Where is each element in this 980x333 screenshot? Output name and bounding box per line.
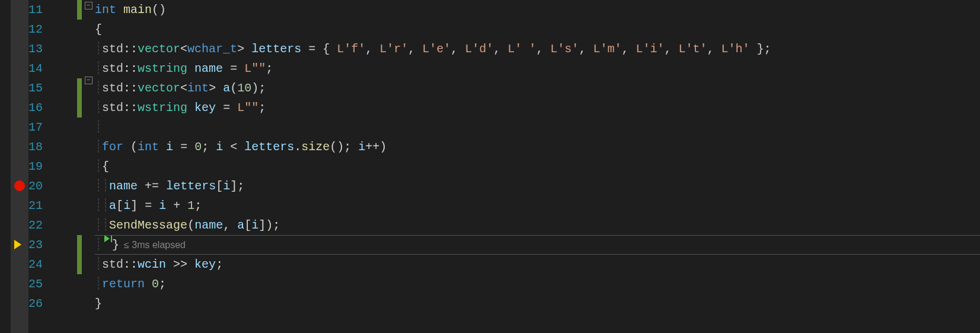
line-number[interactable]: 18 <box>28 137 69 157</box>
string-literal: "" <box>244 98 258 118</box>
identifier: name <box>194 59 223 78</box>
line-number[interactable]: 19 <box>28 157 69 176</box>
punct: [ <box>216 176 223 196</box>
code-line[interactable]: ┊ return 0; <box>95 274 980 294</box>
code-line[interactable]: } <box>95 294 980 313</box>
keyword: for <box>102 137 123 157</box>
char-literal: L's' <box>550 39 579 59</box>
line-number[interactable]: 12 <box>28 20 69 39</box>
punct: [ <box>244 215 251 235</box>
identifier: i <box>166 137 173 157</box>
char-literal: L'e' <box>422 39 451 59</box>
operator: = <box>301 39 323 59</box>
line-number[interactable]: 22 <box>28 215 69 235</box>
number: 1 <box>187 196 194 215</box>
punct: ; <box>216 255 223 274</box>
punct: () <box>152 0 166 20</box>
code-line[interactable]: ┊ std::vector<wchar_t> letters = { L'f',… <box>95 39 980 59</box>
char-literal: L'd' <box>465 39 493 59</box>
identifier: a <box>223 78 230 98</box>
identifier: i <box>216 137 223 157</box>
identifier: key <box>194 255 216 274</box>
code-area[interactable]: int main() { ┊ std::vector<wchar_t> lett… <box>95 0 980 333</box>
code-line[interactable]: ┊ std::wcin >> key; <box>95 255 980 274</box>
operator: = <box>173 137 194 157</box>
code-line[interactable]: ┊ ┊ SendMessage(name, a[i]); <box>95 215 980 235</box>
line-number[interactable]: 13 <box>28 39 69 59</box>
line-number[interactable]: 25 <box>28 274 69 294</box>
punct: ; <box>258 98 266 118</box>
number: 0 <box>194 137 202 157</box>
brace: { <box>102 157 109 176</box>
identifier: a <box>109 196 116 215</box>
type: vector <box>138 39 180 59</box>
function-name: main <box>123 0 152 20</box>
space <box>244 39 251 59</box>
identifier: i <box>123 196 130 215</box>
line-number[interactable]: 14 <box>28 59 69 78</box>
code-editor[interactable]: 11 12 13 14 15 16 17 18 19 20 21 22 23 2… <box>0 0 980 333</box>
brace: } <box>112 235 119 255</box>
fold-collapse-icon[interactable] <box>85 2 92 9</box>
type: vector <box>138 78 180 98</box>
code-line[interactable]: int main() <box>95 0 980 20</box>
code-line[interactable]: ┊ std::wstring key = L""; <box>95 98 980 118</box>
punct: , <box>223 215 237 235</box>
operator: += <box>138 176 166 196</box>
operator: ++ <box>365 137 379 157</box>
string-literal: "" <box>251 59 266 78</box>
char-literal: L'm' <box>593 39 621 59</box>
line-number[interactable]: 23 <box>28 235 69 255</box>
type: wchar_t <box>187 39 237 59</box>
change-marker-icon <box>77 78 82 98</box>
number: 10 <box>237 78 251 98</box>
punct: ); <box>251 78 266 98</box>
punct: ; <box>266 59 273 78</box>
line-number[interactable]: 11 <box>28 0 69 20</box>
char-literal: L'i' <box>636 39 664 59</box>
code-line[interactable]: ┊ <box>95 118 980 137</box>
breakpoint-dot-icon[interactable] <box>14 180 25 191</box>
code-line[interactable]: ┊ { <box>95 157 980 176</box>
code-line[interactable]: ┊ ┊ name += letters[i]; <box>95 176 980 196</box>
punct: { <box>323 39 337 59</box>
punct: (); <box>330 137 358 157</box>
type: wstring <box>138 59 187 78</box>
identifier: i <box>251 215 258 235</box>
current-line-highlight <box>95 235 980 255</box>
line-number[interactable]: 20 <box>28 176 69 196</box>
code-line[interactable]: ┊ std::vector<int> a(10); <box>95 78 980 98</box>
breakpoint-gutter[interactable] <box>11 0 28 333</box>
operator: >> <box>166 255 194 274</box>
code-line[interactable]: ┊ std::wstring name = L""; <box>95 59 980 78</box>
char-literal: L't' <box>678 39 707 59</box>
punct: ; <box>194 196 202 215</box>
namespace: std <box>102 39 123 59</box>
fold-gutter[interactable] <box>83 0 95 333</box>
punct: [ <box>116 196 123 215</box>
namespace: std <box>102 98 123 118</box>
left-margin <box>0 0 11 333</box>
perf-tip[interactable]: ≤ 3ms elapsed <box>119 235 186 255</box>
operator: = <box>223 59 244 78</box>
keyword: int <box>138 137 159 157</box>
code-line-current[interactable]: ┊ }≤ 3ms elapsed <box>95 235 980 255</box>
line-number[interactable]: 17 <box>28 118 69 137</box>
line-number[interactable]: 21 <box>28 196 69 215</box>
code-line[interactable]: { <box>95 20 980 39</box>
identifier: i <box>358 137 365 157</box>
punct: ]); <box>258 215 280 235</box>
line-number[interactable]: 26 <box>28 294 69 313</box>
punct: :: <box>123 39 138 59</box>
punct: ( <box>230 78 237 98</box>
run-to-click-icon[interactable] <box>104 235 110 242</box>
code-line[interactable]: ┊ for (int i = 0; i < letters.size(); i+… <box>95 137 980 157</box>
namespace: std <box>102 59 123 78</box>
code-line[interactable]: ┊ ┊ a[i] = i + 1; <box>95 196 980 215</box>
fold-collapse-icon[interactable] <box>85 77 92 84</box>
line-number[interactable]: 15 <box>28 78 69 98</box>
type: int <box>187 78 209 98</box>
line-number[interactable]: 24 <box>28 255 69 274</box>
line-number[interactable]: 16 <box>28 98 69 118</box>
line-number-gutter[interactable]: 11 12 13 14 15 16 17 18 19 20 21 22 23 2… <box>28 0 77 333</box>
